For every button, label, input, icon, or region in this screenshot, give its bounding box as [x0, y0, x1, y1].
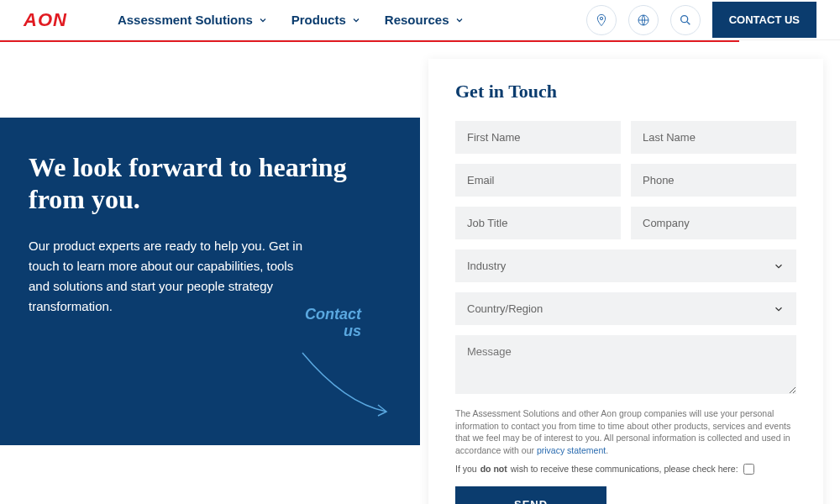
- form-title: Get in Touch: [455, 81, 796, 102]
- brand-logo: AON: [24, 9, 67, 31]
- nav-item-products[interactable]: Products: [291, 13, 361, 27]
- phone-input[interactable]: [631, 164, 796, 197]
- optout-row: If you do not wish to receive these comm…: [455, 464, 796, 475]
- search-icon: [679, 13, 692, 27]
- job-title-input[interactable]: [455, 207, 621, 239]
- globe-icon: [637, 13, 650, 27]
- chevron-down-icon: [258, 15, 268, 25]
- hero-body: Our product experts are ready to help yo…: [29, 236, 306, 317]
- optout-bold: do not: [480, 464, 507, 474]
- hero-panel: We look forward to hearing from you. Our…: [0, 118, 420, 445]
- location-icon: [595, 13, 608, 27]
- chevron-down-icon: [454, 15, 465, 25]
- svg-point-0: [600, 17, 602, 19]
- email-input[interactable]: [455, 164, 621, 197]
- contact-us-button[interactable]: CONTACT US: [712, 2, 816, 38]
- company-input[interactable]: [631, 207, 796, 239]
- message-textarea[interactable]: [455, 335, 796, 394]
- disclaimer-text: The Assessment Solutions and other Aon g…: [455, 408, 790, 455]
- industry-label: Industry: [467, 260, 506, 272]
- contact-us-callout: Contact us: [305, 307, 361, 340]
- optout-suffix: wish to receive these communications, pl…: [511, 464, 738, 474]
- optout-checkbox[interactable]: [743, 464, 754, 475]
- contact-form: Get in Touch Industry Country/Region: [428, 59, 823, 504]
- privacy-statement-link[interactable]: privacy statement: [537, 445, 606, 455]
- chevron-down-icon: [773, 260, 785, 272]
- send-button[interactable]: SEND: [455, 486, 606, 504]
- nav-label: Resources: [385, 13, 449, 27]
- search-button[interactable]: [670, 5, 701, 35]
- nav-item-assessment[interactable]: Assessment Solutions: [118, 13, 268, 27]
- first-name-input[interactable]: [455, 121, 621, 154]
- arrow-icon: [294, 344, 395, 420]
- hero-title: We look forward to hearing from you.: [29, 151, 391, 216]
- nav-label: Products: [291, 13, 346, 27]
- svg-point-2: [680, 15, 687, 22]
- industry-select[interactable]: Industry: [455, 249, 796, 282]
- main-content: We look forward to hearing from you. Our…: [0, 42, 840, 504]
- globe-button[interactable]: [628, 5, 659, 35]
- nav-item-resources[interactable]: Resources: [385, 13, 465, 27]
- optout-prefix: If you: [455, 464, 477, 474]
- callout-line1: Contact: [305, 306, 361, 323]
- location-button[interactable]: [586, 5, 617, 35]
- chevron-down-icon: [351, 15, 361, 25]
- nav-label: Assessment Solutions: [118, 13, 253, 27]
- privacy-disclaimer: The Assessment Solutions and other Aon g…: [455, 407, 796, 457]
- main-nav: Assessment Solutions Products Resources: [118, 13, 465, 27]
- header-utilities: CONTACT US: [586, 2, 816, 38]
- chevron-down-icon: [773, 303, 785, 315]
- country-label: Country/Region: [467, 302, 543, 315]
- last-name-input[interactable]: [631, 121, 796, 154]
- callout-line2: us: [344, 323, 361, 339]
- site-header: AON Assessment Solutions Products Resour…: [0, 0, 840, 40]
- country-select[interactable]: Country/Region: [455, 292, 796, 325]
